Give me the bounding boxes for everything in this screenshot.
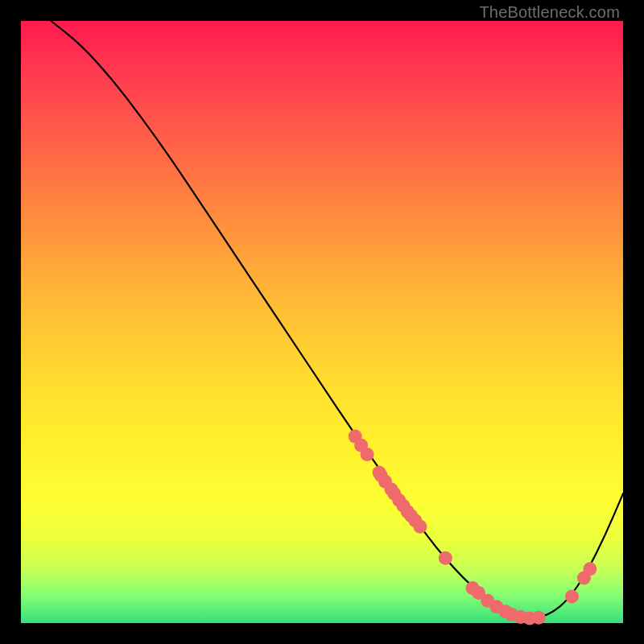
data-point [532,611,546,625]
bottleneck-curve [51,21,623,617]
chart-svg [21,21,623,623]
data-point [439,551,452,565]
data-point [565,590,579,604]
data-point [361,448,374,461]
data-point [413,520,427,534]
attribution-text: TheBottleneck.com [479,3,620,22]
highlighted-points [349,430,597,625]
data-point [583,562,597,576]
chart-frame [21,21,623,623]
